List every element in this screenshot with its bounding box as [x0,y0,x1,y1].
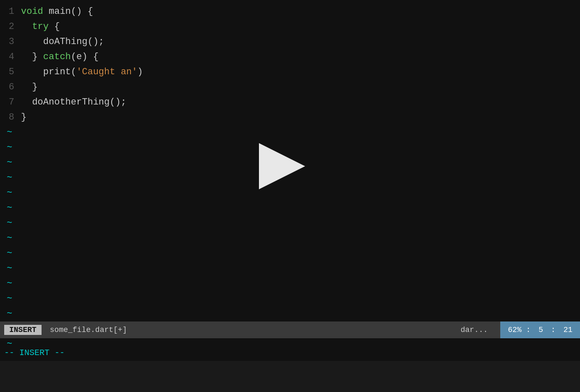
line-content-3: doAThing(); [21,34,104,50]
line-number-6: 6 [0,80,21,95]
line-content-7: doAnotherThing(); [21,95,126,110]
tilde-line-12: ~ [0,291,580,306]
code-line-6: 6 } [0,80,580,95]
play-icon [259,143,305,189]
line-content-1: void main() { [21,4,93,19]
line-number-8: 8 [0,110,21,125]
status-bar: INSERT some_file.dart[+] dar... 62% : 5 … [0,321,580,338]
status-right: dar... 62% : 5 : 21 [460,321,580,338]
line-content-8: } [21,110,26,125]
code-line-3: 3 doAThing(); [0,34,580,50]
line-content-4: } catch(e) { [21,50,99,65]
filetype-label: dar... [460,326,488,334]
tilde-line-13: ~ [0,306,580,321]
position-label: 62% : 5 : 21 [500,321,580,338]
code-line-4: 4 } catch(e) { [0,50,580,65]
line-number-5: 5 [0,65,21,80]
code-line-1: 1 void main() { [0,4,580,19]
tilde-line-10: ~ [0,261,580,276]
mode-badge: INSERT [4,325,42,335]
code-line-5: 5 print('Caught an') [0,65,580,80]
tilde-line-6: ~ [0,201,580,216]
tilde-line-11: ~ [0,276,580,291]
line-number-1: 1 [0,4,21,19]
code-line-8: 8 } [0,110,580,125]
tilde-line-9: ~ [0,246,580,261]
line-content-6: } [21,80,38,95]
code-line-2: 2 try { [0,19,580,34]
tilde-line-8: ~ [0,231,580,246]
line-content-2: try { [21,19,60,34]
line-number-2: 2 [0,19,21,34]
filename-label: some_file.dart[+] [50,326,127,334]
line-number-4: 4 [0,50,21,65]
play-button[interactable] [257,143,307,189]
tilde-line-7: ~ [0,216,580,231]
code-line-7: 7 doAnotherThing(); [0,95,580,110]
line-number-7: 7 [0,95,21,110]
line-content-5: print('Caught an') [21,65,143,80]
command-line-text: -- INSERT -- [4,348,65,358]
editor-area: 1 void main() { 2 try { 3 doAThing(); 4 … [0,0,580,361]
tilde-line-1: ~ [0,125,580,140]
line-number-3: 3 [0,34,21,50]
command-line: -- INSERT -- [0,344,580,361]
